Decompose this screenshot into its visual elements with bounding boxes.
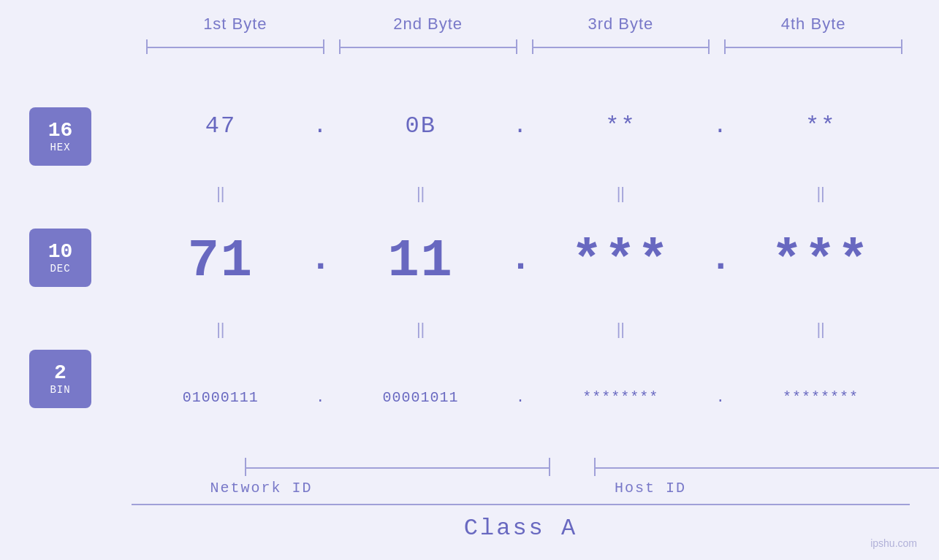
hex-badge-number: 16 bbox=[48, 120, 73, 142]
bin-byte4: ******** bbox=[731, 389, 910, 406]
class-line-container: Class A bbox=[29, 504, 910, 545]
dec-dot2: . bbox=[510, 238, 532, 285]
content-area: 16 HEX 10 DEC 2 BIN 47 . 0B . ** . ** bbox=[29, 69, 910, 454]
dec-badge-number: 10 bbox=[48, 241, 73, 264]
badges-column: 16 HEX 10 DEC 2 BIN bbox=[29, 69, 132, 454]
bracket-byte3 bbox=[532, 39, 710, 54]
equals-2-b1: || bbox=[132, 320, 310, 339]
byte-headers: 1st Byte 2nd Byte 3rd Byte 4th Byte bbox=[29, 15, 910, 34]
dec-badge: 10 DEC bbox=[29, 229, 91, 287]
equals-1-b2: || bbox=[332, 184, 510, 203]
dec-dot3: . bbox=[710, 238, 731, 285]
dec-byte1: 71 bbox=[132, 231, 310, 291]
bin-badge-number: 2 bbox=[54, 362, 66, 385]
dec-byte4: *** bbox=[731, 231, 910, 291]
bin-badge-label: BIN bbox=[50, 384, 70, 396]
class-label: Class A bbox=[132, 511, 910, 545]
main-container: 1st Byte 2nd Byte 3rd Byte 4th Byte 16 H… bbox=[0, 0, 939, 560]
equals-1-b4: || bbox=[731, 184, 910, 203]
hex-row: 47 . 0B . ** . ** bbox=[132, 69, 910, 183]
byte1-header: 1st Byte bbox=[139, 15, 332, 34]
bin-dot1: . bbox=[310, 389, 332, 406]
bin-byte1: 01000111 bbox=[132, 389, 310, 406]
footer-text: ipshu.com bbox=[870, 537, 917, 549]
class-line bbox=[132, 504, 910, 505]
hex-badge-label: HEX bbox=[50, 142, 70, 153]
byte4-header: 4th Byte bbox=[717, 15, 910, 34]
footer: ipshu.com bbox=[870, 537, 917, 549]
dec-byte2: 11 bbox=[332, 231, 510, 291]
dec-row: 71 . 11 . *** . *** bbox=[132, 204, 910, 318]
dec-badge-label: DEC bbox=[50, 263, 70, 275]
network-id-bracket bbox=[245, 458, 550, 476]
dec-byte3: *** bbox=[532, 231, 710, 291]
host-id-bracket bbox=[594, 458, 940, 476]
hex-badge: 16 HEX bbox=[29, 107, 91, 166]
bin-badge: 2 BIN bbox=[29, 350, 91, 408]
id-labels: Network ID Host ID bbox=[29, 480, 910, 496]
hex-dot3: . bbox=[710, 112, 731, 139]
bracket-byte4 bbox=[724, 39, 902, 54]
equals-1-b1: || bbox=[132, 184, 310, 203]
bin-byte2: 00001011 bbox=[332, 389, 510, 406]
host-id-label: Host ID bbox=[391, 480, 910, 496]
equals-row-1: || || || || bbox=[132, 183, 910, 204]
bin-dot2: . bbox=[510, 389, 532, 406]
top-brackets-row bbox=[29, 39, 910, 54]
hex-byte4: ** bbox=[731, 112, 910, 139]
equals-2-b4: || bbox=[731, 320, 910, 339]
hex-byte2: 0B bbox=[332, 112, 510, 139]
byte3-header: 3rd Byte bbox=[525, 15, 718, 34]
hex-byte3: ** bbox=[532, 112, 710, 139]
bin-byte3: ******** bbox=[532, 389, 710, 406]
hex-dot1: . bbox=[310, 112, 332, 139]
network-id-label: Network ID bbox=[132, 480, 391, 496]
dec-dot1: . bbox=[310, 238, 332, 285]
equals-1-b3: || bbox=[532, 184, 710, 203]
hex-dot2: . bbox=[510, 112, 532, 139]
hex-byte1: 47 bbox=[132, 112, 310, 139]
bracket-byte1 bbox=[146, 39, 324, 54]
equals-row-2: || || || || bbox=[132, 318, 910, 340]
bracket-byte2 bbox=[339, 39, 517, 54]
equals-2-b3: || bbox=[532, 320, 710, 339]
bin-dot3: . bbox=[710, 389, 731, 406]
bottom-brackets bbox=[132, 458, 939, 476]
values-area: 47 . 0B . ** . ** || || || || 71 bbox=[132, 69, 910, 454]
equals-2-b2: || bbox=[332, 320, 510, 339]
bin-row: 01000111 . 00001011 . ******** . *******… bbox=[132, 340, 910, 454]
byte2-header: 2nd Byte bbox=[332, 15, 525, 34]
bottom-section: Network ID Host ID bbox=[29, 458, 910, 504]
